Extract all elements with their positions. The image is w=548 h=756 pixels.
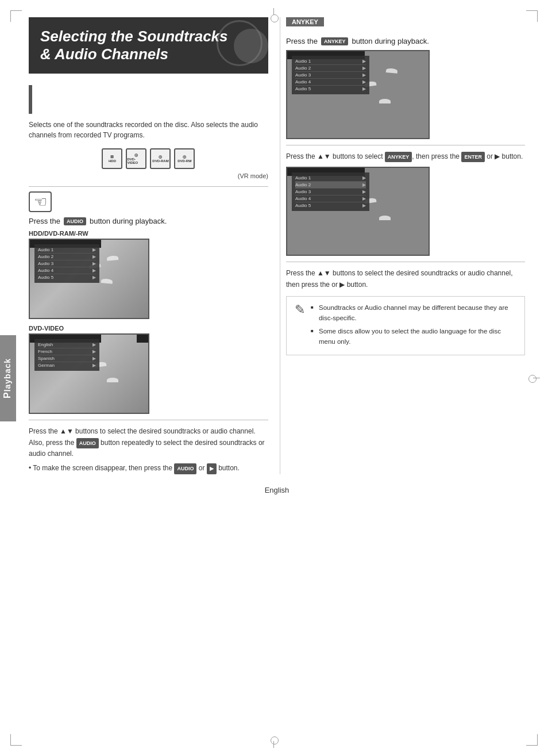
right-step1-press-text: Press the ANYKEY button during playback. xyxy=(286,37,525,45)
corner-mark-tl xyxy=(10,10,22,22)
right-menu-item-1b: Audio 2▶ xyxy=(295,65,366,72)
right-step2-text: Press the ▲▼ buttons to select ANYKEY, t… xyxy=(286,151,525,162)
hdd-screen-preview: Audio 1▶ Audio 2▶ Audio 3▶ Audio 4▶ Audi xyxy=(29,239,149,319)
hdd-menu-item-5: Audio 5▶ xyxy=(38,274,96,281)
right-menu-item-2e: Audio 5▶ xyxy=(295,202,366,209)
left-column: Selecting the Soundtracks & Audio Channe… xyxy=(29,17,280,474)
corner-mark-br xyxy=(526,734,538,746)
right-screen-2: Audio 1▶ Audio 2▶ Audio 3▶ Audio 4▶ Audi… xyxy=(286,167,430,256)
dvd-screen-section: DVD-VIDEO English▶ French▶ xyxy=(29,325,268,414)
divider-right-1 xyxy=(286,145,525,145)
play-button-step2: ▶ xyxy=(207,463,217,474)
right-menu-overlay-1: Audio 1▶ Audio 2▶ Audio 3▶ Audio 4▶ Audi… xyxy=(292,56,369,94)
bird-r3 xyxy=(386,68,398,74)
divider-2 xyxy=(29,420,268,420)
step1-press-text: Press the AUDIO button during playback. xyxy=(29,217,268,225)
two-column-layout: Selecting the Soundtracks & Audio Channe… xyxy=(29,17,525,474)
hdd-screen-section: HDD/DVD-RAM/-RW Audio 1▶ Aud xyxy=(29,230,268,319)
corner-mark-bl xyxy=(10,734,22,746)
hdd-menu-item-1: Audio 1▶ xyxy=(38,247,96,254)
audio-button-step2b: AUDIO xyxy=(174,463,196,474)
dvd-screen-bar-right xyxy=(137,335,148,343)
page-wrapper: Selecting the Soundtracks & Audio Channe… xyxy=(29,17,525,494)
playback-tab: Playback xyxy=(0,335,16,421)
bird-5 xyxy=(107,378,118,382)
bird-3 xyxy=(107,255,119,261)
dvd-menu-item-3: Spanish▶ xyxy=(38,355,96,362)
dvd-menu-item-2: French▶ xyxy=(38,348,96,355)
right-menu-overlay-2: Audio 1▶ Audio 2▶ Audio 3▶ Audio 4▶ Audi… xyxy=(292,172,369,211)
right-menu-item-2b-selected: Audio 2▶ xyxy=(295,182,366,189)
hdd-menu-item-3: Audio 3▶ xyxy=(38,260,96,267)
right-menu-item-1c: Audio 3▶ xyxy=(295,72,366,79)
bird-r5 xyxy=(379,216,391,220)
dvd-menu-item-1: English▶ xyxy=(38,341,96,348)
hdd-menu-item-2: Audio 2▶ xyxy=(38,254,96,260)
dvd-menu-overlay: English▶ French▶ Spanish▶ German▶ xyxy=(34,339,99,371)
right-screen-1: Audio 1▶ Audio 2▶ Audio 3▶ Audio 4▶ Audi… xyxy=(286,50,430,139)
device-icon-hdd: ⊞ HDD xyxy=(102,148,122,170)
anykey-button-inline: ANYKEY xyxy=(321,37,349,45)
divider-right-2 xyxy=(286,262,525,262)
hdd-screen-label: HDD/DVD-RAM/-RW xyxy=(29,230,268,237)
center-mark-right xyxy=(528,373,540,384)
divider-1 xyxy=(29,186,268,187)
center-mark-bottom xyxy=(268,736,280,748)
bird-2 xyxy=(101,279,113,285)
title-decoration2 xyxy=(234,29,268,63)
audio-button-step2: AUDIO xyxy=(76,438,99,448)
anykey-badge: ANYKEY xyxy=(286,17,525,32)
dvd-screen-label: DVD-VIDEO xyxy=(29,325,268,332)
anykey-btn-step2: ANYKEY xyxy=(385,152,412,162)
note-icon: ✎ xyxy=(295,302,305,317)
dvd-menu-item-4: German▶ xyxy=(38,362,96,369)
title-section: Selecting the Soundtracks & Audio Channe… xyxy=(29,17,268,74)
hand-icon-section: ☜ xyxy=(29,194,268,212)
device-icon-dvd-rw: ◎ DVD-RW xyxy=(174,148,195,170)
device-icon-dvd-video: ◎ DVD-VIDEO xyxy=(126,148,146,170)
right-menu-item-2a: Audio 1▶ xyxy=(295,175,366,182)
right-column: ANYKEY Press the ANYKEY button during pl… xyxy=(280,17,525,474)
hand-symbol: ☜ xyxy=(29,191,52,212)
vr-mode-label: (VR mode) xyxy=(29,172,268,179)
enter-btn-step2: ENTER xyxy=(461,152,485,162)
right-menu-item-2d: Audio 4▶ xyxy=(295,195,366,202)
step2-text: Press the ▲▼ buttons to select the desir… xyxy=(29,426,268,474)
right-menu-item-1a: Audio 1▶ xyxy=(295,58,366,65)
description-text: Selects one of the soundtracks recorded … xyxy=(29,120,268,140)
bird-r2 xyxy=(379,99,391,103)
dvd-screen-preview: English▶ French▶ Spanish▶ German▶ xyxy=(29,333,149,414)
language-label: English xyxy=(29,486,525,494)
corner-mark-tr xyxy=(526,10,538,22)
note-list: Soundtracks or Audio channel may be diff… xyxy=(311,302,516,347)
audio-button-inline: AUDIO xyxy=(64,217,86,225)
note-item-2: Some discs allow you to select the audio… xyxy=(311,326,516,347)
hdd-menu-item-4: Audio 4▶ xyxy=(38,267,96,274)
right-menu-item-1e: Audio 5▶ xyxy=(295,86,366,92)
note-item-1: Soundtracks or Audio channel may be diff… xyxy=(311,302,516,324)
right-step3-text: Press the ▲▼ buttons to select the desir… xyxy=(286,268,525,290)
note-box: ✎ Soundtracks or Audio channel may be di… xyxy=(286,296,525,356)
note-content: Soundtracks or Audio channel may be diff… xyxy=(311,302,516,350)
step-indicator xyxy=(29,85,32,114)
right-menu-item-1d: Audio 4▶ xyxy=(295,79,366,86)
right-menu-item-2c: Audio 3▶ xyxy=(295,189,366,195)
device-icon-dvd-ram: ◎ DVD-RAM xyxy=(150,148,171,170)
hdd-menu-overlay: Audio 1▶ Audio 2▶ Audio 3▶ Audio 4▶ Audi xyxy=(34,244,99,283)
device-icons-row: ⊞ HDD ◎ DVD-VIDEO ◎ DVD-RAM xyxy=(29,148,268,170)
